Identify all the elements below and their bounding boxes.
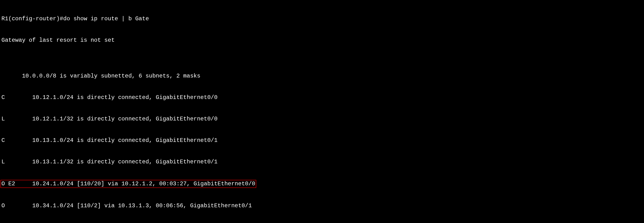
gateway-line: Gateway of last resort is not set bbox=[2, 37, 642, 44]
route-line-highlighted: O E2 10.24.1.0/24 [110/20] via 10.12.1.2… bbox=[2, 180, 642, 188]
route-line: O 10.34.1.0/24 [110/2] via 10.13.1.3, 00… bbox=[2, 202, 642, 209]
prompt: R1(config-router)# bbox=[2, 16, 63, 22]
route-line: L 10.13.1.1/32 is directly connected, Gi… bbox=[2, 158, 642, 165]
route-line: L 10.12.1.1/32 is directly connected, Gi… bbox=[2, 115, 642, 123]
route-line: 10.0.0.0/8 is variably subnetted, 6 subn… bbox=[2, 73, 642, 80]
terminal-output[interactable]: R1(config-router)#do show ip route | b G… bbox=[0, 0, 644, 223]
route-line: C 10.13.1.0/24 is directly connected, Gi… bbox=[2, 137, 642, 144]
route-line: C 10.12.1.0/24 is directly connected, Gi… bbox=[2, 94, 642, 101]
highlight-box: O E2 10.24.1.0/24 [110/20] via 10.12.1.2… bbox=[0, 180, 256, 188]
command-line: R1(config-router)#do show ip route | b G… bbox=[2, 15, 642, 23]
typed-command: do show ip route | b Gate bbox=[63, 16, 149, 22]
